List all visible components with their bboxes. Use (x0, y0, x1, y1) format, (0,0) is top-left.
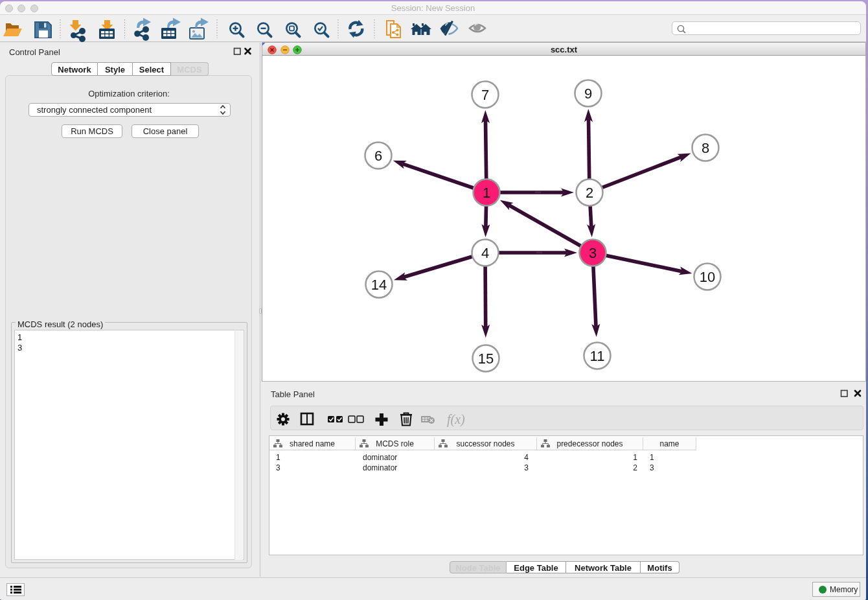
svg-text:f(x): f(x) (447, 412, 465, 427)
svg-text:6: 6 (374, 148, 382, 164)
svg-text:8: 8 (702, 140, 709, 156)
svg-text:4: 4 (481, 245, 489, 261)
svg-text:2: 2 (586, 185, 593, 201)
svg-text:1: 1 (483, 185, 490, 201)
svg-text:7: 7 (481, 87, 489, 103)
svg-text:15: 15 (478, 351, 494, 367)
svg-text:9: 9 (584, 86, 592, 102)
svg-text:10: 10 (700, 269, 715, 285)
svg-text:3: 3 (589, 245, 597, 261)
svg-text:11: 11 (590, 348, 605, 364)
svg-text:14: 14 (371, 277, 387, 293)
